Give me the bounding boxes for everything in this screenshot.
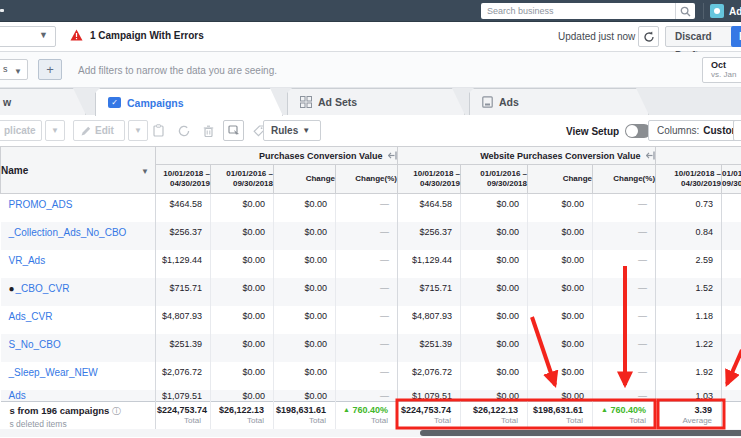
summary-cell: $198,631.61Total (274, 401, 336, 430)
duplicate-caret-button[interactable]: ▼ (45, 120, 65, 141)
chevron-down-icon: ▼ (51, 126, 59, 135)
trash-icon (203, 125, 214, 137)
search-input[interactable]: Search business (481, 3, 695, 19)
value-cell: $0.00 (211, 390, 274, 402)
col-header-current-period[interactable]: 10/01/2018 –04/30/2019 (656, 165, 722, 194)
value-cell (722, 362, 741, 390)
name-column-header[interactable]: Name ▼ (1, 147, 156, 194)
increase-arrow-icon: ▲ (601, 406, 608, 413)
rules-button[interactable]: Rules▼ (263, 120, 321, 141)
date-range-selector[interactable]: Oct vs. Jan (702, 57, 741, 83)
campaign-name-link[interactable]: Ads_CVR (9, 311, 53, 322)
campaign-bullet-icon: ● (9, 283, 15, 294)
history-button[interactable] (173, 120, 194, 141)
campaign-name-link[interactable]: _CBO_CVR (16, 283, 70, 294)
duplicate-button[interactable]: plicate (0, 120, 42, 141)
col-header-current-period[interactable]: 10/01/2018 –04/30/2019 (156, 165, 211, 194)
campaign-name-link[interactable]: _Sleep_Wear_NEW (9, 367, 98, 378)
info-icon[interactable]: ⓘ (112, 406, 121, 416)
col-header-change[interactable]: Change (528, 165, 593, 194)
error-warning[interactable]: 1 Campaign With Errors (70, 29, 204, 41)
chevron-down-icon: ▼ (302, 126, 310, 135)
warning-text: 1 Campaign With Errors (90, 30, 204, 41)
value-cell: $0.00 (528, 278, 593, 306)
value-cell: $0.00 (211, 306, 274, 334)
campaign-name-cell: Ads (1, 390, 156, 402)
value-cell: $0.00 (274, 278, 336, 306)
value-cell: $0.00 (461, 222, 528, 250)
value-cell: — (593, 390, 656, 402)
value-cell: $0.00 (528, 334, 593, 362)
add-filter-button[interactable]: + (38, 59, 62, 80)
col-header-change[interactable]: Change (274, 165, 336, 194)
edit-caret-button[interactable]: ▼ (128, 120, 148, 141)
refresh-button[interactable] (638, 26, 659, 47)
col-header-previous-period[interactable]: 01/01/2016 –09/30/2018 (211, 165, 274, 194)
tab-ads[interactable]: Ads (469, 88, 649, 115)
pencil-icon (81, 126, 91, 136)
campaign-scope-dropdown[interactable]: ▼ (0, 26, 56, 47)
value-cell: $715.71 (156, 278, 211, 306)
campaign-name-link[interactable]: S_No_CBO (9, 339, 61, 350)
pin-column-icon (646, 151, 655, 160)
search-icon (680, 6, 691, 17)
value-cell: — (593, 278, 656, 306)
summary-cell (722, 401, 741, 430)
columns-dropdown[interactable]: Columns:Custom▼ (648, 120, 741, 141)
saved-filters-dropdown[interactable]: s▼ (0, 59, 28, 80)
value-cell: $251.39 (156, 334, 211, 362)
value-cell: $1,129.44 (398, 250, 461, 278)
value-cell: $2,076.72 (156, 362, 211, 390)
review-drafts-button[interactable]: R (731, 26, 741, 47)
status-bar: ▼ 1 Campaign With Errors Updated just no… (0, 22, 741, 52)
ab-test-button[interactable] (223, 120, 244, 141)
discard-drafts-button[interactable]: Discard Drafts (665, 26, 741, 47)
value-cell: $0.00 (274, 390, 336, 402)
tab-campaigns[interactable]: ✓ Campaigns (95, 88, 283, 116)
value-cell: — (593, 250, 656, 278)
value-cell: $0.00 (528, 222, 593, 250)
metric-cell: 0.84 (656, 222, 722, 250)
campaign-name-link[interactable]: VR_Ads (9, 255, 46, 266)
col-header-previous-period[interactable]: 01/01/2016 –09/30/2018 (461, 165, 528, 194)
tab-ad-sets[interactable]: Ad Sets (287, 88, 465, 115)
value-cell: $0.00 (274, 222, 336, 250)
col-header-change-pct[interactable]: Change(%) (336, 165, 398, 194)
group-header-website-purchases[interactable]: Website Purchases Conversion Value (398, 147, 656, 165)
campaign-name-link[interactable]: _Collection_Ads_No_CBO (9, 227, 127, 238)
filter-placeholder[interactable]: Add filters to narrow the data you are s… (78, 65, 277, 76)
col-header-change-pct[interactable]: Change(%) (593, 165, 656, 194)
table-toolbar: plicate ▼ Edit ▼ Rules▼ View Setup Colum… (0, 115, 741, 146)
ads-page-icon (482, 96, 493, 108)
breakdown-button[interactable]: Br (733, 120, 741, 141)
campaign-name-link[interactable]: PROMO_ADS (9, 199, 73, 210)
edit-button[interactable]: Edit (73, 120, 125, 141)
horizontal-scrollbar-thumb[interactable] (420, 430, 741, 436)
campaign-name-cell: _Collection_Ads_No_CBO (1, 222, 156, 250)
value-cell: — (336, 306, 398, 334)
date-range-comparison: vs. Jan (711, 70, 741, 79)
col-header-current-period[interactable]: 10/01/2018 –04/30/2019 (398, 165, 461, 194)
campaign-table: Name ▼ Purchases Conversion Value Websit… (0, 146, 741, 431)
summary-cell: $224,753.74Total (398, 401, 461, 430)
summary-cell: $26,122.13Total (461, 401, 528, 430)
value-cell: $256.37 (398, 222, 461, 250)
pin-column-icon (388, 151, 397, 160)
account-menu[interactable]: Ad (729, 6, 741, 17)
delete-button[interactable] (198, 120, 219, 141)
group-header-purchases[interactable]: Purchases Conversion Value (156, 147, 398, 165)
col-header-previous-period-clipped[interactable]: 01/01/2016 –09/30/2018 (722, 165, 741, 194)
campaign-name-link[interactable]: Ads (9, 390, 26, 401)
value-cell: $0.00 (211, 250, 274, 278)
avatar[interactable] (710, 4, 724, 18)
tab-account-overview[interactable]: w (0, 88, 86, 115)
value-cell (722, 306, 741, 334)
search-button[interactable] (675, 3, 695, 19)
sort-caret-icon[interactable]: ▼ (141, 167, 149, 176)
value-cell: — (336, 362, 398, 390)
copy-button[interactable] (148, 120, 169, 141)
value-cell: $0.00 (274, 194, 336, 222)
chevron-down-icon: ▼ (39, 30, 48, 40)
campaign-name-cell: _Sleep_Wear_NEW (1, 362, 156, 390)
value-cell: $0.00 (274, 334, 336, 362)
